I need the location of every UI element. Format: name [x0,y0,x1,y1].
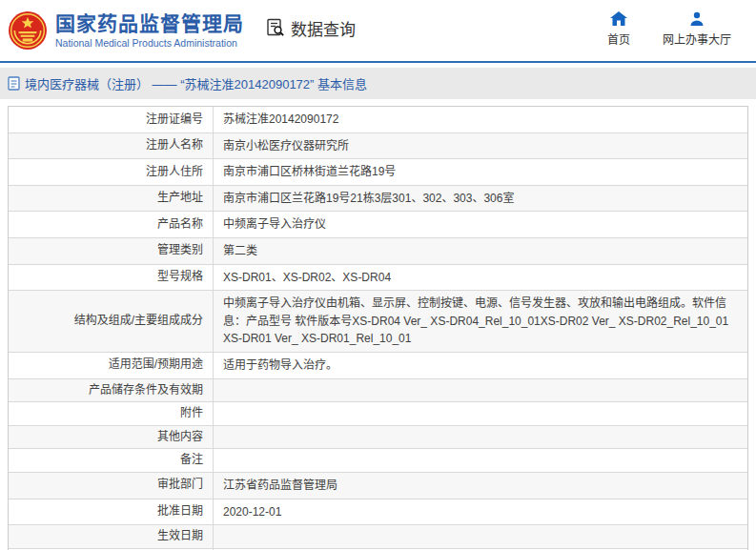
row-label-cell: 注册人名称 [9,133,214,159]
row-label-cell: 管理类别 [9,238,214,264]
info-table: 注册证编号 苏械注准20142090172 注册人名称 南京小松医疗仪器研究所 … [8,106,748,550]
row-label-cell: 型号规格 [9,265,214,291]
org-name-cn: 国家药品监督管理局 [55,12,244,35]
row-label: 注册证编号 [146,112,203,128]
row-label: 管理类别 [157,243,203,258]
data-query-entry[interactable]: 数据查询 [265,16,356,40]
row-value-cell: 江苏省药品监督管理局 [214,473,747,499]
breadcrumb-text: 境内医疗器械（注册） —— “苏械注准20142090172” 基本信息 [25,74,367,92]
header-divider [0,61,756,63]
row-label-cell: 产品名称 [9,212,214,237]
row-label: 其他内容 [157,430,203,445]
row-value: 中频离子导入治疗仪由机箱、显示屏、控制按键、电源、信号发生器、攻放和输出电路组成… [223,295,736,348]
row-value-cell: 第二类 [214,238,747,264]
row-value-cell: 中频离子导入治疗仪由机箱、显示屏、控制按键、电源、信号发生器、攻放和输出电路组成… [214,291,747,352]
row-label: 产品储存条件及有效期 [89,383,203,398]
row-value-cell [214,402,747,425]
row-label-cell: 批准日期 [9,499,214,525]
row-value-cell: 南京市浦口区桥林街道兰花路19号 [214,159,747,185]
row-value-cell [214,379,747,402]
breadcrumb: 境内医疗器械（注册） —— “苏械注准20142090172” 基本信息 [0,68,756,99]
nav-home[interactable]: 首页 [607,11,630,47]
table-row: 注册人住所 南京市浦口区桥林街道兰花路19号 [9,158,747,185]
row-label-cell: 结构及组成/主要组成成分 [9,291,214,352]
row-label: 生效日期 [157,529,203,544]
page-header: 国家药品监督管理局 National Medical Products Admi… [0,0,756,61]
row-label-cell: 其他内容 [9,426,214,449]
table-row: 备注 [9,448,747,472]
row-label: 适用范围/预期用途 [109,357,203,373]
section-title: 数据查询 [291,16,356,40]
row-value-cell [214,426,747,449]
nmpa-brand: 国家药品监督管理局 National Medical Products Admi… [8,10,244,51]
row-value: 第二类 [223,242,736,260]
row-value: 中频离子导入治疗仪 [223,215,736,234]
row-value: XS-DR01、XS-DR02、XS-DR04 [223,269,736,287]
user-icon [689,11,705,27]
data-query-icon [265,17,286,38]
table-row: 产品储存条件及有效期 [9,378,747,402]
row-value-cell [214,525,747,548]
row-label: 注册人名称 [146,138,203,153]
table-row: 适用范围/预期用途 适用于药物导入治疗。 [9,352,747,378]
row-label-cell: 附件 [9,402,214,425]
row-value-cell: 2020-12-01 [214,499,747,525]
row-label: 生产地址 [157,191,203,206]
row-value: 苏械注准20142090172 [223,111,736,129]
header-nav: 首页 网上办事大厅 [607,11,745,47]
row-value: 适用于药物导入治疗。 [223,356,736,375]
nav-home-label: 首页 [607,31,630,47]
row-label-cell: 产品储存条件及有效期 [9,379,214,402]
row-label-cell: 审批部门 [9,473,214,499]
table-row: 其他内容 [9,425,747,449]
home-icon [610,11,627,27]
row-value: 江苏省药品监督管理局 [223,477,736,495]
row-label-cell: 备注 [9,449,214,472]
row-label: 批准日期 [157,504,203,519]
row-value-cell: XS-DR01、XS-DR02、XS-DR04 [214,265,747,291]
row-value-cell: 苏械注准20142090172 [214,107,747,132]
table-row: 生效日期 [9,524,747,548]
org-name-en: National Medical Products Administration [55,37,244,49]
row-label-cell: 注册人住所 [9,159,214,185]
table-row: 生产地址 南京市浦口区兰花路19号21栋3层301、302、303、306室 [9,185,747,212]
row-label-cell: 生产地址 [9,186,214,212]
nav-service-hall[interactable]: 网上办事大厅 [663,11,731,47]
national-emblem-icon [8,10,48,51]
table-row: 管理类别 第二类 [9,237,747,264]
table-row: 注册证编号 苏械注准20142090172 [9,107,747,132]
table-row: 产品名称 中频离子导入治疗仪 [9,211,747,237]
row-value-cell: 南京市浦口区兰花路19号21栋3层301、302、303、306室 [214,186,747,212]
row-value: 南京市浦口区兰花路19号21栋3层301、302、303、306室 [223,190,736,208]
table-row: 审批部门 江苏省药品监督管理局 [9,472,747,499]
row-label-cell: 生效日期 [9,525,214,548]
row-label: 型号规格 [157,270,203,285]
table-row: 结构及组成/主要组成成分 中频离子导入治疗仪由机箱、显示屏、控制按键、电源、信号… [9,290,747,352]
row-label: 审批部门 [157,478,203,493]
row-label: 备注 [180,453,203,468]
table-row: 注册人名称 南京小松医疗仪器研究所 [9,132,747,159]
table-row: 型号规格 XS-DR01、XS-DR02、XS-DR04 [9,264,747,291]
row-value: 2020-12-01 [223,503,736,521]
row-label-cell: 适用范围/预期用途 [9,353,214,378]
row-label: 附件 [180,406,203,421]
row-label: 结构及组成/主要组成成分 [74,314,203,329]
nav-service-hall-label: 网上办事大厅 [663,31,731,47]
table-row: 批准日期 2020-12-01 [9,499,747,525]
row-value-cell [214,449,747,472]
row-value-cell: 南京小松医疗仪器研究所 [214,133,747,159]
document-icon [8,76,20,91]
row-value-cell: 适用于药物导入治疗。 [214,353,747,378]
row-value: 南京小松医疗仪器研究所 [223,137,736,155]
row-value-cell: 中频离子导入治疗仪 [214,212,747,237]
row-label: 产品名称 [157,217,203,233]
table-row: 附件 [9,401,747,425]
row-value: 南京市浦口区桥林街道兰花路19号 [223,163,736,181]
row-label-cell: 注册证编号 [9,107,214,132]
row-label: 注册人住所 [146,165,203,180]
